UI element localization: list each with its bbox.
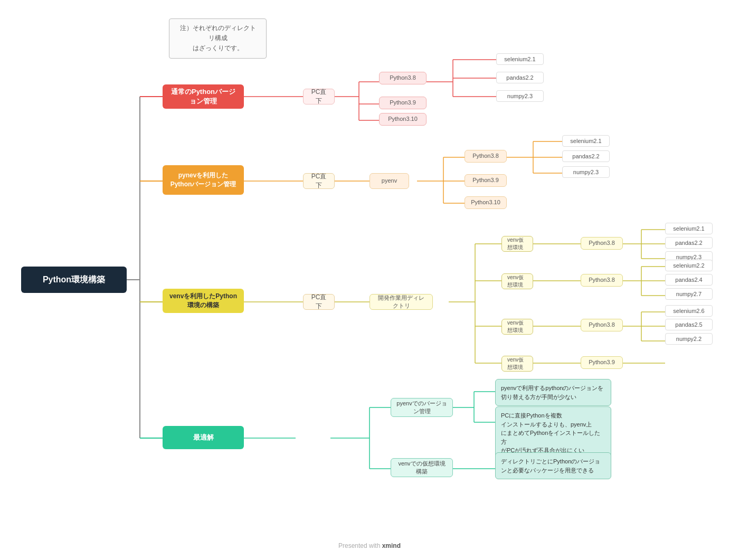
venv3-pkg1: selenium2.6 <box>665 305 713 317</box>
venv2-label: venv仮想環境 <box>501 273 533 289</box>
branch1-label: 通常のPythonバージョン管理 <box>163 84 244 109</box>
venv2-pkg1: selenium2.2 <box>665 260 713 271</box>
branch2-pkg2: pandas2.2 <box>562 150 610 162</box>
branch4-desc2: ディレクトリごとにPythonのバージョンと必要なパッケージを用意できる <box>495 452 611 479</box>
note-box: 注）それぞれのディレクトリ構成はざっくりです。 <box>169 18 267 59</box>
branch3-label: venvを利用したPython環境の構築 <box>163 289 244 313</box>
branch1-l2: PC直下 <box>303 89 335 105</box>
branch1-python38: Python3.8 <box>379 72 427 84</box>
branch4-desc1b: PCに直接Pythonを複数インストールするよりも、pyenv上にまとめてPyt… <box>495 406 611 460</box>
venv2-python: Python3.8 <box>581 274 623 287</box>
venv4-python: Python3.9 <box>581 356 623 369</box>
venv1-label: venv仮想環境 <box>501 236 533 252</box>
footer-text: Presented with <box>338 542 382 549</box>
branch3-devdir: 開発作業用ディレクトリ <box>369 294 433 310</box>
branch4-label: 最適解 <box>163 426 244 449</box>
branch1-pkg2: pandas2.2 <box>496 72 544 83</box>
venv1-python: Python3.8 <box>581 237 623 250</box>
branch4-desc1a: pyenvで利用するpythonのバージョンを切り替える方が手間が少ない <box>495 379 611 406</box>
branch3-l2: PC直下 <box>303 294 335 310</box>
note-text: 注）それぞれのディレクトリ構成はざっくりです。 <box>180 24 256 52</box>
branch2-python39: Python3.9 <box>465 174 507 187</box>
venv1-pkg2: pandas2.2 <box>665 237 713 249</box>
root-label: Python環境構築 <box>43 274 105 286</box>
branch1-python39: Python3.9 <box>379 97 427 109</box>
branch2-python38: Python3.8 <box>465 150 507 163</box>
branch2-pkg3: numpy2.3 <box>562 166 610 178</box>
footer-brand: xmind <box>382 542 401 549</box>
branch2-label: pynevを利用したPythonバージョン管理 <box>163 165 244 195</box>
branch4-sub2: venvでの仮想環境構築 <box>391 458 453 477</box>
branch1-pkg3: numpy2.3 <box>496 90 544 102</box>
branch2-pyenv: pyenv <box>369 173 409 189</box>
branch2-pkg1: selenium2.1 <box>562 135 610 147</box>
venv3-label: venv仮想環境 <box>501 319 533 335</box>
canvas: 注）それぞれのディレクトリ構成はざっくりです。 Python環境構築 通常のPy… <box>0 0 739 560</box>
branch2-l2: PC直下 <box>303 173 335 189</box>
root-node: Python環境構築 <box>21 267 127 293</box>
venv3-pkg3: numpy2.2 <box>665 333 713 345</box>
venv4-label: venv仮想環境 <box>501 356 533 372</box>
venv2-pkg2: pandas2.4 <box>665 274 713 286</box>
venv2-pkg3: numpy2.7 <box>665 288 713 300</box>
footer: Presented with xmind <box>338 542 401 549</box>
venv1-pkg1: selenium2.1 <box>665 223 713 234</box>
branch1-pkg1: selenium2.1 <box>496 53 544 65</box>
branch4-sub1: pyenvでのバージョン管理 <box>391 398 453 417</box>
venv3-pkg2: pandas2.5 <box>665 319 713 330</box>
branch2-python310: Python3.10 <box>465 196 507 209</box>
venv3-python: Python3.8 <box>581 319 623 331</box>
branch1-python310: Python3.10 <box>379 113 427 126</box>
